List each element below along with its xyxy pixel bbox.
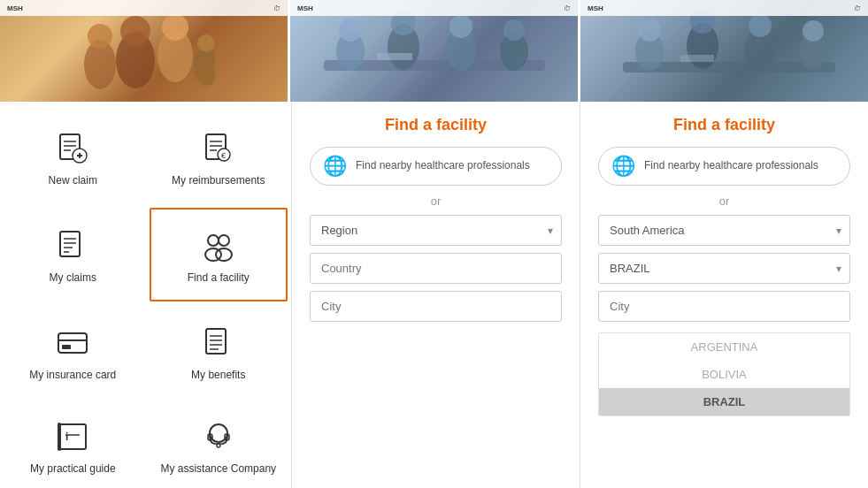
left-location-button[interactable]: 🌐 Find nearby healthcare professionals [310, 147, 562, 186]
logo-2: MSH [297, 4, 313, 12]
meeting2-image: MSH ⏱ [578, 0, 868, 102]
content-panels: Find a facility 🌐 Find nearby healthcare… [292, 102, 868, 488]
right-country-select[interactable]: ARGENTINA BOLIVIA BRAZIL CHILE [598, 253, 850, 284]
sidebar-item-insurance[interactable]: My insurance card [0, 305, 146, 399]
svg-point-7 [197, 34, 215, 52]
family-image: MSH ⏱ [0, 0, 288, 102]
right-location-button[interactable]: 🌐 Find nearby healthcare professionals [598, 147, 850, 186]
guide-label: My practical guide [30, 462, 116, 475]
svg-text:€: € [221, 151, 226, 160]
svg-point-1 [88, 24, 112, 49]
logo-3: MSH [588, 4, 603, 12]
new-claim-icon [52, 128, 93, 169]
svg-point-20 [638, 19, 661, 42]
facility-icon [198, 225, 239, 266]
right-facility-panel: Find a facility 🌐 Find nearby healthcare… [580, 102, 868, 488]
claims-label: My claims [50, 271, 96, 284]
country-dropdown-list: ARGENTINA BOLIVIA BRAZIL [598, 332, 850, 416]
assistance-label: My assistance Company [160, 462, 276, 475]
left-region-wrap: Region South America North America Europ… [310, 215, 562, 246]
family-illustration [73, 11, 215, 91]
svg-rect-41 [60, 232, 80, 256]
right-city-input[interactable] [598, 291, 850, 322]
left-globe-icon: 🌐 [323, 155, 347, 178]
left-country-input[interactable] [310, 253, 562, 284]
svg-point-66 [217, 444, 220, 447]
guide-icon: i [52, 416, 93, 457]
left-or-divider: or [310, 194, 562, 208]
sidebar-item-claims[interactable]: My claims [0, 204, 146, 305]
insurance-label: My insurance card [29, 369, 116, 381]
svg-rect-52 [62, 345, 71, 349]
assistance-icon [198, 416, 239, 457]
svg-point-5 [162, 14, 188, 41]
svg-point-48 [219, 235, 229, 246]
find-facility-label: Find a facility [188, 271, 250, 284]
dropdown-item-bolivia[interactable]: BOLIVIA [599, 361, 849, 388]
right-or-divider: or [598, 194, 850, 208]
claims-icon [52, 225, 93, 266]
insurance-icon [52, 323, 93, 363]
svg-rect-17 [377, 53, 412, 60]
right-globe-icon: 🌐 [611, 155, 635, 178]
left-location-text: Find nearby healthcare professionals [356, 159, 530, 173]
dropdown-item-argentina[interactable]: ARGENTINA [599, 333, 849, 361]
clock-2: ⏱ [564, 4, 571, 12]
sidebar: New claim € My reimbursements [0, 102, 292, 488]
clock-3: ⏱ [854, 4, 861, 12]
new-claim-label: New claim [49, 174, 97, 187]
right-country-wrap: ARGENTINA BOLIVIA BRAZIL CHILE ▾ [598, 253, 850, 284]
sidebar-item-guide[interactable]: i My practical guide [0, 399, 146, 488]
clock-1: ⏱ [273, 4, 280, 12]
svg-rect-53 [206, 329, 226, 354]
meeting1-image: MSH ⏱ [288, 0, 578, 102]
right-region-select[interactable]: South America North America Europe Asia … [598, 215, 850, 246]
reimbursements-icon: € [198, 128, 239, 169]
sidebar-item-assistance[interactable]: My assistance Company [146, 399, 292, 488]
svg-rect-27 [680, 55, 714, 62]
meeting2-illustration [588, 7, 862, 95]
svg-point-3 [120, 16, 150, 46]
left-panel-title: Find a facility [310, 116, 562, 134]
sidebar-item-benefits[interactable]: My benefits [146, 305, 292, 399]
svg-rect-50 [58, 333, 87, 353]
svg-point-6 [194, 47, 215, 86]
svg-point-49 [216, 248, 232, 261]
logo-1: MSH [7, 4, 23, 12]
right-location-text: Find nearby healthcare professionals [644, 159, 818, 173]
svg-point-24 [749, 14, 772, 37]
right-region-wrap: South America North America Europe Asia … [598, 215, 850, 246]
svg-rect-58 [59, 424, 86, 449]
svg-point-46 [208, 235, 219, 246]
image-strip: MSH ⏱ MSH ⏱ [0, 0, 868, 102]
meeting1-illustration [297, 7, 572, 95]
right-panel-title: Find a facility [598, 116, 850, 134]
reimbursements-label: My reimbursements [172, 174, 265, 187]
sidebar-item-find-facility[interactable]: Find a facility [150, 208, 288, 301]
sidebar-item-new-claim[interactable]: New claim [0, 111, 146, 204]
left-region-select[interactable]: Region South America North America Europ… [310, 215, 562, 246]
main-content: New claim € My reimbursements [0, 102, 868, 488]
left-city-input[interactable] [310, 291, 562, 322]
left-facility-panel: Find a facility 🌐 Find nearby healthcare… [292, 102, 580, 488]
dropdown-item-brazil[interactable]: BRAZIL [599, 388, 849, 416]
svg-point-16 [503, 19, 525, 41]
svg-point-14 [449, 15, 472, 38]
benefits-label: My benefits [191, 369, 245, 381]
benefits-icon [198, 323, 239, 363]
svg-point-26 [803, 20, 824, 42]
sidebar-item-reimbursements[interactable]: € My reimbursements [146, 111, 292, 204]
svg-text:i: i [65, 431, 68, 443]
svg-point-10 [339, 19, 362, 42]
